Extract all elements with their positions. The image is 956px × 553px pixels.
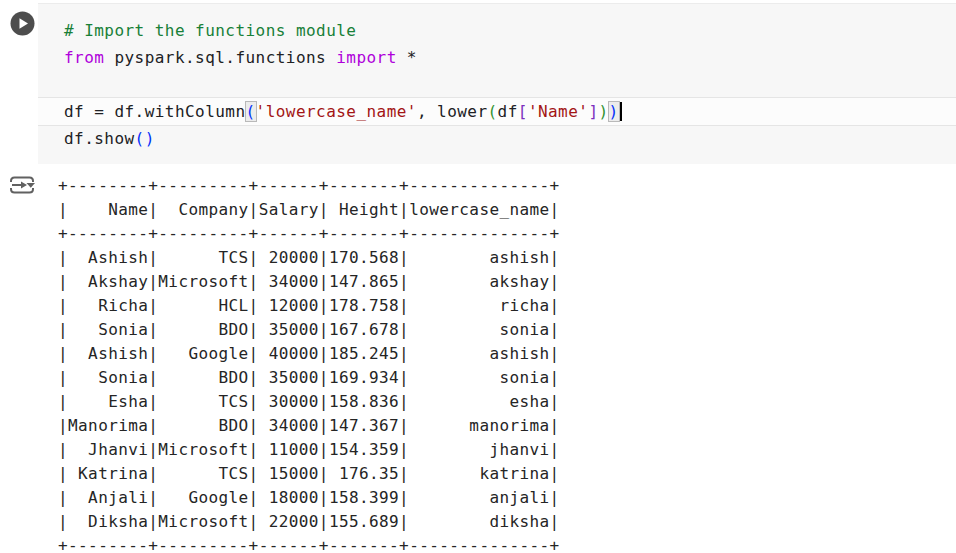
output-line: | Name| Company|Salary| Height|lowercase… [58,198,956,222]
output-line: | Richa| HCL| 12000|178.758| richa| [58,294,956,318]
code-line[interactable]: df = df.withColumn('lowercase_name', low… [38,98,956,125]
code-line[interactable]: df.show() [38,125,956,152]
code-token: ( [488,102,498,121]
text-cursor [620,102,622,121]
output-line: | Ashish| Google| 40000|185.245| ashish| [58,342,956,366]
code-token: ] [588,102,598,121]
code-token: ) [145,129,155,148]
code-token: df [498,102,518,121]
code-line[interactable]: # Import the functions module [38,17,956,44]
code-token: ) [598,102,608,121]
code-line[interactable]: from pyspark.sql.functions import * [38,44,956,71]
code-editor[interactable]: # Import the functions modulefrom pyspar… [38,17,956,152]
run-cell-button[interactable] [8,10,36,38]
output-line: | Anjali| Google| 18000|158.399| anjali| [58,486,956,510]
code-token: # Import the functions module [64,21,356,40]
output-line: | Jhanvi|Microsoft| 11000|154.359| jhanv… [58,438,956,462]
code-token: [ [518,102,528,121]
output-line: | Esha| TCS| 30000|158.836| esha| [58,390,956,414]
output-icon [7,171,37,199]
code-token: , lower [417,102,488,121]
output-line: | Akshay|Microsoft| 34000|147.865| aksha… [58,270,956,294]
output-line: | Sonia| BDO| 35000|167.678| sonia| [58,318,956,342]
output-line: +--------+---------+------+-------+-----… [58,174,956,198]
code-cell: # Import the functions modulefrom pyspar… [38,3,956,164]
output-line: | Katrina| TCS| 15000| 176.35| katrina| [58,462,956,486]
code-token: from [64,48,104,67]
code-token: pyspark.sql.functions [104,48,336,67]
play-icon [9,10,36,37]
code-token: 'Name' [528,102,589,121]
output-line: |Manorima| BDO| 34000|147.367| manorima| [58,414,956,438]
cell-output-area: +--------+---------+------+-------+-----… [0,166,956,553]
code-token: ) [609,102,619,121]
code-token: df.show [64,129,135,148]
output-line: | Diksha|Microsoft| 22000|155.689| diksh… [58,510,956,534]
cell-output-text: +--------+---------+------+-------+-----… [58,174,956,553]
code-token: ( [135,129,145,148]
output-toggle-button[interactable] [7,171,37,199]
output-line: | Ashish| TCS| 20000|170.568| ashish| [58,246,956,270]
code-token: df = df.withColumn [64,102,246,121]
code-token: 'lowercase_name' [256,102,417,121]
code-token: * [397,48,417,67]
code-token: import [336,48,397,67]
code-line[interactable] [38,71,956,98]
output-line: | Sonia| BDO| 35000|169.934| sonia| [58,366,956,390]
output-line: +--------+---------+------+-------+-----… [58,534,956,553]
code-token: ( [246,102,256,121]
output-line: +--------+---------+------+-------+-----… [58,222,956,246]
